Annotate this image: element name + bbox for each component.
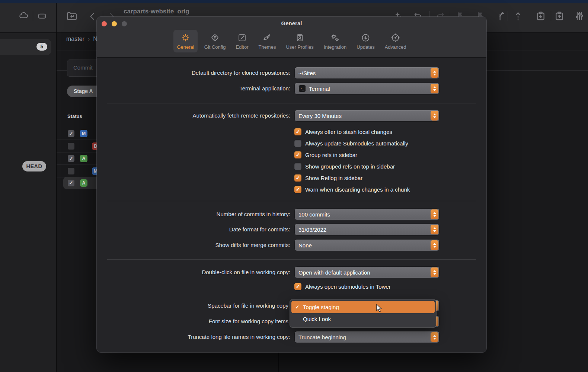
status-badge-modified: M bbox=[80, 130, 87, 137]
checkbox-label: Always update Submodules automatically bbox=[305, 140, 408, 147]
select-stepper-icon[interactable] bbox=[431, 209, 438, 219]
tab-updates[interactable]: Updates bbox=[353, 30, 378, 52]
close-button[interactable] bbox=[102, 21, 107, 26]
option-row[interactable]: Always offer to stash local changes bbox=[294, 128, 392, 135]
select-value: 100 commits bbox=[298, 211, 330, 218]
option-row[interactable]: Show Reflog in sidebar bbox=[294, 174, 362, 182]
tab-editor[interactable]: Editor bbox=[233, 30, 252, 52]
checkbox-label: Always open submodules in Tower bbox=[305, 283, 391, 290]
stage-checkbox[interactable]: ✓ bbox=[68, 130, 74, 137]
cloud-services-icon[interactable] bbox=[17, 10, 30, 22]
menu-item-quick-look[interactable]: Quick Look bbox=[291, 313, 435, 325]
double-click-select[interactable]: Open with default application bbox=[295, 267, 439, 278]
filters-sliders-icon[interactable] bbox=[573, 10, 586, 22]
stage-checkbox[interactable]: ✓ bbox=[68, 155, 74, 162]
tab-label: General bbox=[177, 44, 194, 50]
paintbrush-icon bbox=[262, 33, 272, 43]
divider bbox=[508, 11, 508, 21]
checkbox-checked[interactable] bbox=[294, 128, 301, 135]
tab-label: Git Config bbox=[204, 44, 226, 50]
dialog-title: General bbox=[97, 20, 486, 26]
stash-save-clipboard-icon[interactable] bbox=[534, 9, 547, 23]
terminal-application-select[interactable]: ›_ Terminal bbox=[295, 83, 439, 94]
checkbox-label: Always offer to stash local changes bbox=[305, 129, 392, 135]
tab-label: Updates bbox=[357, 44, 374, 50]
checkbox-unchecked[interactable] bbox=[294, 140, 301, 147]
field-label: Number of commits in history: bbox=[217, 209, 290, 220]
select-value: None bbox=[298, 242, 312, 248]
select-stepper-icon[interactable] bbox=[431, 111, 438, 121]
option-row[interactable]: Warn when discarding changes in a chunk bbox=[294, 186, 410, 193]
tab-user-profiles[interactable]: User Profiles bbox=[282, 30, 317, 52]
field-label: Truncate long file names in working copy… bbox=[188, 331, 290, 343]
preferences-tab-bar: General Git Config Editor Themes User Pr… bbox=[97, 30, 486, 52]
tab-themes[interactable]: Themes bbox=[255, 30, 279, 52]
field-label: Double-click on file in working copy: bbox=[202, 267, 290, 278]
zoom-button bbox=[122, 21, 127, 26]
minimize-button[interactable] bbox=[112, 21, 117, 26]
field-label: Spacebar for file in working copy bbox=[208, 300, 288, 311]
section-divider bbox=[107, 103, 476, 103]
option-row[interactable]: Group refs in sidebar bbox=[294, 151, 357, 158]
checkbox-checked[interactable] bbox=[294, 283, 301, 290]
commit-count-select[interactable]: 100 commits bbox=[295, 209, 439, 220]
checkbox-checked[interactable] bbox=[294, 151, 301, 158]
stage-checkbox[interactable] bbox=[68, 143, 74, 150]
select-value: Every 30 Minutes bbox=[298, 113, 342, 119]
checkmark-icon: ✓ bbox=[295, 304, 300, 310]
date-format-select[interactable]: 31/03/2022 bbox=[295, 224, 439, 235]
menu-item-label: Toggle staging bbox=[303, 304, 339, 310]
preferences-dialog: General General Git Config Editor Themes… bbox=[97, 17, 486, 352]
local-repositories-icon[interactable] bbox=[36, 10, 48, 22]
select-stepper-icon[interactable] bbox=[431, 84, 438, 93]
option-row[interactable]: Show grouped refs on top in sidebar bbox=[294, 163, 395, 170]
stash-pop-clipboard-icon[interactable] bbox=[553, 9, 566, 23]
back-icon[interactable] bbox=[88, 11, 98, 22]
checkbox-unchecked[interactable] bbox=[294, 163, 301, 170]
download-circle-icon bbox=[361, 33, 371, 43]
select-value: Open with default application bbox=[298, 269, 370, 276]
git-icon bbox=[210, 33, 220, 43]
file-count-badge: 5 bbox=[36, 43, 47, 51]
open-working-copy-icon[interactable] bbox=[65, 10, 78, 22]
id-card-icon bbox=[295, 33, 305, 43]
truncate-select[interactable]: Truncate beginning bbox=[295, 331, 439, 343]
select-value: 31/03/2022 bbox=[298, 227, 326, 233]
merge-icon[interactable] bbox=[495, 10, 508, 22]
rebase-icon[interactable] bbox=[512, 10, 524, 22]
tab-label: Advanced bbox=[385, 44, 406, 50]
menu-item-toggle-staging[interactable]: ✓ Toggle staging bbox=[291, 301, 435, 313]
breadcrumb[interactable]: master › N bbox=[66, 36, 98, 42]
divider bbox=[551, 11, 551, 21]
section-divider bbox=[107, 259, 476, 260]
merge-diffs-select[interactable]: None bbox=[295, 240, 439, 251]
checkbox-label: Warn when discarding changes in a chunk bbox=[305, 186, 410, 193]
dial-gear-icon bbox=[390, 33, 400, 43]
branch-name[interactable]: master bbox=[66, 36, 84, 42]
checkbox-checked[interactable] bbox=[294, 186, 301, 193]
field-label: Default directory for cloned repositorie… bbox=[192, 67, 290, 78]
tab-general[interactable]: General bbox=[173, 30, 197, 52]
gears-icon bbox=[330, 33, 340, 43]
tab-label: Editor bbox=[236, 44, 249, 50]
stage-checkbox[interactable]: ✓ bbox=[68, 180, 74, 186]
select-stepper-icon[interactable] bbox=[431, 68, 438, 78]
field-label: Terminal application: bbox=[239, 83, 290, 94]
select-stepper-icon[interactable] bbox=[431, 332, 438, 342]
stage-checkbox[interactable] bbox=[68, 168, 74, 174]
head-badge: HEAD bbox=[22, 161, 46, 171]
divider bbox=[33, 11, 33, 21]
checkbox-checked[interactable] bbox=[294, 174, 301, 182]
select-stepper-icon[interactable] bbox=[431, 225, 438, 234]
checkbox-label: Show grouped refs on top in sidebar bbox=[305, 163, 395, 170]
option-row[interactable]: Always open submodules in Tower bbox=[294, 283, 391, 290]
tab-advanced[interactable]: Advanced bbox=[381, 30, 410, 52]
auto-fetch-select[interactable]: Every 30 Minutes bbox=[295, 110, 439, 121]
option-row[interactable]: Always update Submodules automatically bbox=[294, 140, 408, 147]
default-directory-select[interactable]: ~/Sites bbox=[295, 67, 439, 78]
tab-integration[interactable]: Integration bbox=[320, 30, 350, 52]
menubar-strip bbox=[0, 0, 588, 3]
select-stepper-icon[interactable] bbox=[431, 267, 438, 277]
tab-git-config[interactable]: Git Config bbox=[201, 30, 229, 52]
select-stepper-icon[interactable] bbox=[431, 240, 438, 250]
